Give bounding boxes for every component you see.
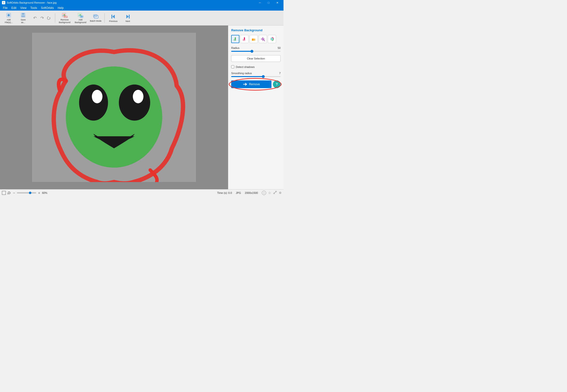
radius-label: Radius [231, 46, 239, 49]
radius-value: 50 [278, 46, 281, 49]
menu-help[interactable]: Help [56, 5, 66, 11]
smoothing-value: 7 [279, 72, 281, 75]
svg-point-11 [78, 15, 80, 16]
radius-slider-container: Radius 50 [231, 46, 281, 52]
remove-row: Remove ? [231, 80, 281, 88]
canvas-area[interactable] [0, 26, 228, 189]
svg-point-27 [92, 90, 103, 103]
save-as-icon [20, 12, 26, 18]
remove-arrow-icon [243, 82, 247, 86]
tool-buttons [231, 35, 281, 43]
remove-background-button[interactable]: RemoveBackground [57, 12, 72, 25]
toolbar: AddFile(s)... Saveas... [0, 11, 284, 26]
menu-softorbits[interactable]: SoftOrbits [39, 5, 56, 11]
detect-shadows-row: Detect shadows [231, 65, 281, 68]
zoom-plus[interactable]: + [38, 191, 40, 195]
panel-title: Remove Background [231, 28, 281, 32]
close-btn[interactable]: ✕ [273, 0, 282, 5]
menu-file[interactable]: File [1, 5, 9, 11]
file-format: JPG [236, 191, 241, 194]
svg-line-42 [264, 40, 265, 41]
batch-mode-icon [93, 14, 99, 19]
zoom-minus[interactable]: − [13, 191, 15, 195]
zoom-thumb[interactable] [29, 192, 31, 194]
previous-icon [110, 14, 116, 19]
svg-point-29 [133, 90, 143, 103]
share-icon[interactable] [273, 190, 277, 195]
detect-shadows-label[interactable]: Detect shadows [236, 66, 254, 68]
detect-shadows-checkbox[interactable] [231, 65, 234, 68]
add-files-label: AddFile(s)... [5, 18, 13, 24]
smoothing-slider-track[interactable] [231, 76, 281, 77]
selection-lasso-icon[interactable] [7, 191, 11, 195]
add-background-icon [78, 12, 83, 18]
undo-button[interactable] [32, 15, 39, 21]
radius-slider-fill [231, 51, 252, 52]
svg-rect-36 [252, 39, 253, 41]
clear-selection-button[interactable]: Clear Selection [231, 55, 281, 62]
star-icon[interactable]: ☆ [268, 191, 271, 195]
right-panel: Remove Background [228, 26, 284, 189]
window-controls: ─ □ ✕ [255, 0, 282, 5]
maximize-btn[interactable]: □ [264, 0, 273, 5]
reset-button[interactable] [45, 15, 52, 21]
keep-brush-tool[interactable] [231, 35, 239, 43]
smoothing-slider-thumb[interactable] [262, 75, 265, 78]
previous-label: Previous [109, 20, 117, 22]
svg-point-26 [79, 84, 108, 121]
svg-marker-22 [126, 15, 129, 18]
batch-mode-label: Batch Mode [90, 20, 102, 22]
svg-rect-4 [22, 13, 24, 15]
save-as-button[interactable]: Saveas... [16, 12, 30, 25]
minimize-btn[interactable]: ─ [255, 0, 264, 5]
svg-rect-5 [21, 15, 25, 17]
radius-slider-track[interactable] [231, 51, 281, 52]
status-right: Time (s): 0.0 JPG 2000x1500 i ☆ ⚙ [217, 190, 282, 195]
svg-point-25 [66, 67, 162, 168]
time-label: Time (s): 0.0 [217, 191, 232, 194]
help-button[interactable]: ? [273, 80, 281, 88]
radius-slider-thumb[interactable] [251, 50, 253, 53]
eraser-tool[interactable] [250, 35, 258, 43]
menu-tools[interactable]: Tools [29, 5, 39, 11]
add-files-icon [6, 12, 12, 18]
status-bar: − + 60% Time (s): 0.0 JPG 2000x1500 i ☆ … [0, 189, 284, 196]
menu-edit[interactable]: Edit [9, 5, 18, 11]
menu-bar: File Edit View Tools SoftOrbits Help [0, 5, 284, 11]
settings-icon[interactable]: ⚙ [279, 191, 282, 195]
zoom-slider[interactable] [17, 192, 36, 193]
add-background-button[interactable]: AddBackground [73, 12, 88, 25]
next-label: Next [126, 20, 130, 22]
remove-button[interactable]: Remove [231, 80, 271, 88]
title-bar: S SoftOrbits Background Remover - face.j… [0, 0, 284, 5]
redo-button[interactable] [39, 15, 45, 21]
save-as-label: Saveas... [21, 18, 26, 24]
zoom-value: 60% [42, 191, 47, 194]
smoothing-slider-fill [231, 76, 263, 77]
color-select-tool[interactable] [268, 35, 276, 43]
window-title: SoftOrbits Background Remover - face.jpg [7, 1, 57, 4]
selection-rect-icon[interactable] [2, 191, 6, 195]
previous-button[interactable]: Previous [106, 12, 120, 25]
svg-point-28 [119, 84, 150, 121]
add-background-label: AddBackground [75, 18, 86, 24]
svg-rect-17 [94, 15, 98, 18]
remove-label: Remove [249, 83, 260, 86]
next-button[interactable]: Next [121, 12, 134, 25]
svg-marker-20 [112, 15, 115, 18]
next-icon [125, 14, 131, 19]
app-icon: S [2, 1, 5, 4]
info-icon[interactable]: i [262, 191, 266, 195]
remove-background-icon [62, 12, 68, 18]
menu-view[interactable]: View [18, 5, 29, 11]
status-left: − + 60% [2, 191, 47, 195]
batch-mode-button[interactable]: Batch Mode [89, 12, 103, 25]
add-files-button[interactable]: AddFile(s)... [2, 12, 15, 25]
remove-background-label: RemoveBackground [59, 18, 70, 24]
main-container: Remove Background [0, 26, 284, 189]
toolbar-separator-2 [104, 13, 105, 23]
smoothing-slider-container: Smoothing radius 7 [231, 72, 281, 77]
remove-brush-tool[interactable] [240, 35, 249, 43]
magic-wand-tool[interactable] [259, 35, 267, 43]
svg-point-45 [271, 38, 273, 40]
